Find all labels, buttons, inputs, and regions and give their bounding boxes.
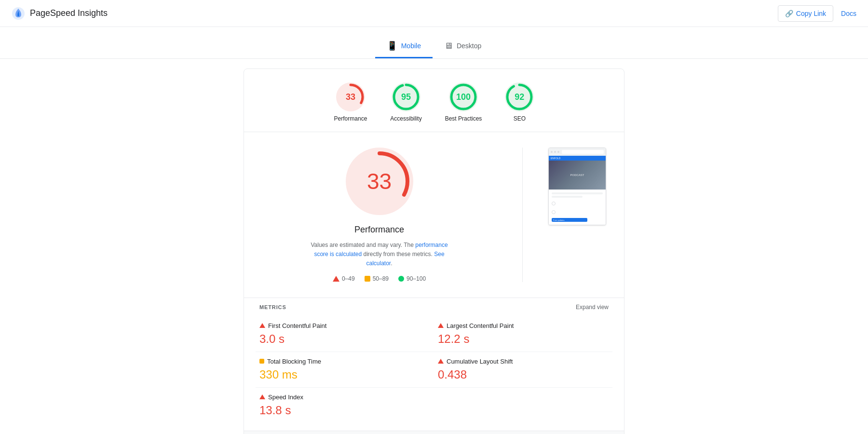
seo-score: 92 — [515, 92, 524, 102]
docs-link[interactable]: Docs — [841, 10, 856, 17]
score-item-seo[interactable]: 92 SEO — [505, 82, 534, 122]
performance-description: Values are estimated and may vary. The p… — [307, 241, 452, 269]
lcp-indicator-icon — [438, 323, 444, 328]
site-thumbnail: ENFOLD PODCAST — [548, 148, 606, 225]
thumb-icon-1 — [552, 202, 556, 205]
best-practices-score: 100 — [456, 92, 471, 102]
score-summary: 33 Performance 95 Accessibility — [244, 69, 624, 132]
metrics-grid: First Contentful Paint 3.0 s Largest Con… — [244, 316, 624, 431]
thumb-line-1 — [552, 192, 603, 194]
si-indicator-icon — [259, 394, 265, 399]
legend-green: 90–100 — [398, 275, 426, 282]
best-practices-label: Best Practices — [445, 115, 482, 122]
big-performance-score: 33 — [367, 168, 392, 194]
thumbnail-section-1 — [552, 201, 603, 206]
metric-lcp-label-row: Largest Contentful Paint — [438, 322, 609, 329]
calc-score-link[interactable]: performance score is calculated — [314, 242, 448, 258]
cls-indicator-icon — [438, 359, 444, 364]
thumbnail-site-name: ENFOLD — [551, 157, 560, 160]
legend-red: 0–49 — [333, 275, 355, 282]
tabs-container: 📱 Mobile 🖥 Desktop — [0, 27, 868, 59]
app-title: PageSpeed Insights — [30, 8, 108, 18]
lcp-value: 12.2 s — [438, 332, 609, 346]
fcp-value: 3.0 s — [259, 332, 430, 346]
copy-link-label: Copy Link — [796, 10, 826, 17]
seo-label: SEO — [514, 115, 526, 122]
mobile-tab-icon: 📱 — [387, 41, 397, 51]
score-item-performance[interactable]: 33 Performance — [334, 82, 367, 122]
tab-mobile[interactable]: 📱 Mobile — [375, 35, 433, 58]
main-content: 33 Performance 95 Accessibility — [0, 59, 868, 434]
score-item-accessibility[interactable]: 95 Accessibility — [390, 82, 421, 122]
tbt-label: Total Blocking Time — [267, 358, 321, 365]
metrics-header: METRICS Expand view — [244, 298, 624, 316]
fcp-indicator-icon — [259, 323, 265, 328]
cls-value: 0.438 — [438, 368, 609, 381]
performance-left: 33 Performance Values are estimated and … — [259, 148, 499, 282]
score-circle-seo: 92 — [505, 82, 534, 111]
thumbnail-site-header: ENFOLD — [549, 156, 606, 161]
svg-point-1 — [17, 14, 19, 16]
score-circle-best-practices: 100 — [449, 82, 478, 111]
score-circle-performance: 33 — [336, 82, 365, 111]
copy-link-icon: 🔗 — [785, 10, 793, 17]
performance-right: ENFOLD PODCAST — [546, 148, 609, 282]
header: PageSpeed Insights 🔗 Copy Link Docs — [0, 0, 868, 27]
results-footer: 📅 Captured at Jul 19, 2024, 3:23 PM GMT+… — [244, 431, 624, 434]
orange-indicator-icon — [365, 276, 370, 282]
metric-cls-label-row: Cumulative Layout Shift — [438, 358, 609, 365]
si-label: Speed Index — [268, 393, 303, 401]
tbt-value: 330 ms — [259, 368, 430, 381]
browser-dot-2 — [554, 151, 556, 153]
green-indicator-icon — [398, 276, 404, 282]
tbt-indicator-icon — [259, 359, 264, 364]
desktop-tab-icon: 🖥 — [444, 41, 453, 51]
results-card: 33 Performance 95 Accessibility — [244, 68, 624, 434]
header-left: PageSpeed Insights — [12, 7, 108, 20]
accessibility-label: Accessibility — [390, 115, 421, 122]
metric-cls: Cumulative Layout Shift 0.438 — [434, 352, 612, 388]
thumbnail-body: Free updates — [549, 190, 606, 225]
see-calculator-link[interactable]: See calculator — [366, 251, 444, 267]
big-score-circle: 33 — [346, 148, 413, 215]
legend-red-label: 0–49 — [342, 275, 355, 282]
thumbnail-hero-image: PODCAST — [549, 161, 606, 190]
expand-view-button[interactable]: Expand view — [576, 304, 609, 311]
metrics-section: METRICS Expand view First Contentful Pai… — [244, 298, 624, 431]
score-legend: 0–49 50–89 90–100 — [333, 275, 426, 282]
performance-score: 33 — [346, 92, 355, 102]
metric-fcp-label-row: First Contentful Paint — [259, 322, 430, 329]
header-right: 🔗 Copy Link Docs — [778, 5, 856, 22]
thumbnail-cta-button: Free updates — [552, 218, 587, 222]
performance-title: Performance — [354, 225, 404, 235]
legend-orange: 50–89 — [365, 275, 389, 282]
lcp-label: Largest Contentful Paint — [447, 322, 514, 329]
copy-link-button[interactable]: 🔗 Copy Link — [778, 5, 833, 22]
thumb-line-2 — [552, 196, 583, 198]
metric-si-label-row: Speed Index — [259, 393, 430, 401]
pagespeed-logo-icon — [12, 7, 25, 20]
browser-dot-1 — [551, 151, 553, 153]
score-circle-accessibility: 95 — [392, 82, 420, 111]
tab-desktop[interactable]: 🖥 Desktop — [433, 35, 493, 58]
thumbnail-hero-text: PODCAST — [570, 174, 584, 176]
browser-dot-3 — [557, 151, 559, 153]
thumbnail-icon-row-2 — [552, 209, 603, 215]
thumbnail-browser-bar — [549, 148, 606, 156]
metric-tbt-label-row: Total Blocking Time — [259, 358, 430, 365]
mobile-tab-label: Mobile — [401, 42, 421, 50]
thumbnail-icon-row-1 — [552, 201, 603, 206]
metric-lcp: Largest Contentful Paint 12.2 s — [434, 316, 612, 352]
legend-orange-label: 50–89 — [373, 275, 389, 282]
si-value: 13.8 s — [259, 404, 430, 417]
cls-label: Cumulative Layout Shift — [447, 358, 513, 365]
browser-address-bar — [562, 150, 604, 154]
metric-si: Speed Index 13.8 s — [256, 388, 434, 423]
fcp-label: First Contentful Paint — [268, 322, 326, 329]
desktop-tab-label: Desktop — [457, 42, 481, 50]
red-indicator-icon — [333, 276, 339, 282]
score-item-best-practices[interactable]: 100 Best Practices — [445, 82, 482, 122]
thumb-icon-2 — [552, 210, 556, 214]
perf-divider — [522, 148, 523, 282]
performance-label: Performance — [334, 115, 367, 122]
